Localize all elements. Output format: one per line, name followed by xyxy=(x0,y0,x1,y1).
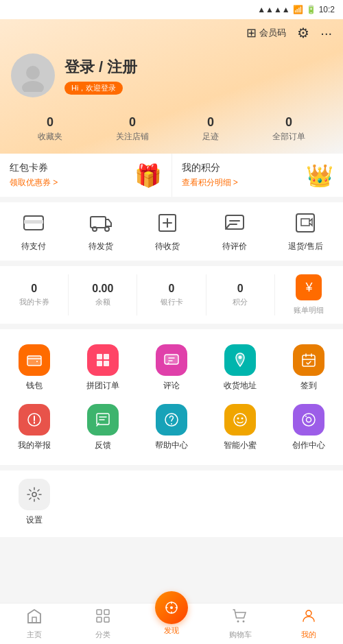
order-pending-payment[interactable]: 待支付 xyxy=(20,209,47,252)
points-icon: 👑 xyxy=(306,163,333,189)
order-pending-receipt[interactable]: 待收货 xyxy=(154,209,181,252)
member-code-label: 会员码 xyxy=(259,27,286,39)
bottom-nav: 主页 分类 发现 购物车 我的 xyxy=(0,603,343,644)
gear-icon: ⚙ xyxy=(297,25,309,41)
settings-button[interactable]: ⚙ xyxy=(297,25,309,41)
feedback-icon xyxy=(87,404,119,436)
feature-review[interactable]: 评论 xyxy=(137,340,206,400)
svg-rect-4 xyxy=(91,217,106,228)
order-pending-delivery[interactable]: 待发货 xyxy=(87,209,115,252)
svg-rect-10 xyxy=(27,356,41,366)
voucher-info: 红包卡券 领取优惠券 > xyxy=(10,162,58,189)
order-returns[interactable]: 退货/售后 xyxy=(288,209,323,252)
feature-ai-bee[interactable]: 智能小蜜 xyxy=(206,400,274,460)
wallet-my-vouchers[interactable]: 0 我的卡券 xyxy=(0,274,69,315)
help-icon xyxy=(156,404,187,436)
promo-cards: 红包卡券 领取优惠券 > 🎁 我的积分 查看积分明细 > 👑 xyxy=(0,154,343,197)
svg-rect-31 xyxy=(104,610,109,615)
stat-footprint[interactable]: 0 足迹 xyxy=(202,115,219,143)
report-icon xyxy=(19,404,50,436)
feature-report[interactable]: 我的举报 xyxy=(0,400,69,460)
feature-creation[interactable]: 创作中心 xyxy=(274,400,343,460)
nav-discover[interactable]: 发现 xyxy=(137,605,206,636)
orders-section: 待支付 待发货 待收货 待评价 退货/售后 xyxy=(0,202,343,261)
pending-delivery-icon xyxy=(87,209,115,237)
feature-feedback[interactable]: 反馈 xyxy=(69,400,137,460)
wifi-icon: 📶 xyxy=(293,5,303,14)
nav-me[interactable]: 我的 xyxy=(274,608,343,640)
nav-category[interactable]: 分类 xyxy=(69,608,137,640)
svg-point-23 xyxy=(237,418,239,420)
settings-item[interactable]: 设置 xyxy=(14,479,55,526)
wallet-feature-icon xyxy=(19,344,50,376)
order-pending-review[interactable]: 待评价 xyxy=(221,209,248,252)
avatar-svg xyxy=(16,59,49,92)
svg-rect-12 xyxy=(104,354,109,359)
voucher-icon: 🎁 xyxy=(134,163,162,189)
svg-point-6 xyxy=(105,227,109,231)
feature-group-order[interactable]: 拼团订单 xyxy=(69,340,137,400)
wallet-balance[interactable]: 0.00 余额 xyxy=(69,274,137,315)
qr-icon: ⊞ xyxy=(246,25,257,40)
cart-icon xyxy=(232,608,248,628)
more-button[interactable]: ··· xyxy=(320,25,332,41)
svg-rect-13 xyxy=(97,361,102,366)
settings-icon xyxy=(19,479,50,510)
nav-home[interactable]: 主页 xyxy=(0,608,69,640)
stat-all-orders[interactable]: 0 全部订单 xyxy=(272,115,305,143)
feature-checkin[interactable]: 签到 xyxy=(274,340,343,400)
ai-bee-icon xyxy=(224,404,256,436)
pending-review-icon xyxy=(221,209,248,237)
svg-point-21 xyxy=(171,423,172,425)
home-icon xyxy=(26,608,43,628)
discover-button[interactable] xyxy=(155,591,188,624)
svg-point-27 xyxy=(305,416,307,417)
status-icons: ▲▲▲▲ 📶 🔋 10:2 xyxy=(257,5,335,14)
svg-point-0 xyxy=(26,66,40,80)
member-code-button[interactable]: ⊞ 会员码 xyxy=(246,25,286,40)
creation-icon xyxy=(293,404,324,436)
battery-icon: 🔋 xyxy=(306,5,316,14)
stat-favorites[interactable]: 0 收藏夹 xyxy=(38,115,62,143)
svg-rect-33 xyxy=(104,617,109,622)
svg-point-1 xyxy=(22,81,44,92)
status-bar: ▲▲▲▲ 📶 🔋 10:2 xyxy=(0,0,343,19)
feature-wallet[interactable]: 钱包 xyxy=(0,340,69,400)
features-section: 钱包 拼团订单 评论 收货地址 签到 xyxy=(0,329,343,465)
svg-point-37 xyxy=(243,621,245,623)
wallet-bill-detail[interactable]: ¥ 账单明细 xyxy=(275,266,343,324)
pending-receipt-icon xyxy=(154,209,181,237)
svg-rect-3 xyxy=(24,220,43,224)
voucher-card[interactable]: 红包卡券 领取优惠券 > 🎁 xyxy=(0,154,172,197)
wallet-bank-card[interactable]: 0 银行卡 xyxy=(137,274,206,315)
me-icon xyxy=(300,608,317,628)
wallet-section: 0 我的卡券 0.00 余额 0 银行卡 0 积分 ¥ 账单明细 xyxy=(0,266,343,324)
checkin-icon xyxy=(293,344,324,376)
user-section: 登录 / 注册 Hi，欢迎登录 xyxy=(11,48,332,108)
svg-rect-32 xyxy=(97,617,102,622)
svg-point-24 xyxy=(241,418,244,420)
more-icon: ··· xyxy=(320,25,332,41)
svg-point-36 xyxy=(237,621,239,623)
stat-followed-stores[interactable]: 0 关注店铺 xyxy=(116,115,149,143)
svg-rect-17 xyxy=(303,355,315,366)
avatar[interactable] xyxy=(11,53,55,97)
points-card[interactable]: 我的积分 查看积分明细 > 👑 xyxy=(172,154,344,197)
bill-icon: ¥ xyxy=(296,274,322,300)
points-info: 我的积分 查看积分明细 > xyxy=(182,162,238,189)
category-icon xyxy=(95,608,111,628)
user-name[interactable]: 登录 / 注册 xyxy=(64,57,137,77)
feature-shipping-addr[interactable]: 收货地址 xyxy=(206,340,274,400)
header: ⊞ 会员码 ⚙ ··· 登录 / 注册 Hi，欢迎登录 0 收藏夹 0 xyxy=(0,19,343,154)
review-icon xyxy=(156,344,187,376)
top-actions: ⊞ 会员码 ⚙ ··· xyxy=(11,25,332,48)
group-order-icon xyxy=(87,344,119,376)
welcome-badge[interactable]: Hi，欢迎登录 xyxy=(64,82,123,95)
nav-cart[interactable]: 购物车 xyxy=(206,608,274,640)
stats-row: 0 收藏夹 0 关注店铺 0 足迹 0 全部订单 xyxy=(11,108,332,154)
wallet-points[interactable]: 0 积分 xyxy=(206,274,275,315)
shipping-addr-icon xyxy=(224,344,256,376)
feature-help[interactable]: 帮助中心 xyxy=(137,400,206,460)
user-info: 登录 / 注册 Hi，欢迎登录 xyxy=(64,57,137,95)
signal-icon: ▲▲▲▲ xyxy=(257,5,290,14)
